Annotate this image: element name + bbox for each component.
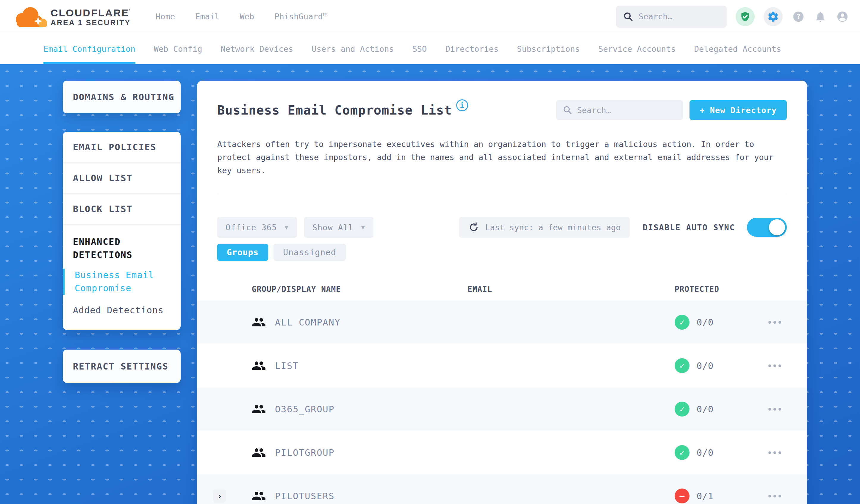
- protected-count: 0/1: [697, 491, 714, 501]
- auto-sync-toggle[interactable]: [747, 218, 787, 237]
- cloudflare-area1-logo[interactable]: CLOUDFLARE' AREA 1 SECURITY: [12, 4, 131, 29]
- col-protected: PROTECTED: [675, 285, 765, 294]
- sync-refresh-icon: [468, 222, 479, 233]
- group-people-icon: [252, 315, 266, 329]
- table-row[interactable]: ALL COMPANY ✓ 0/0: [197, 300, 807, 344]
- search-icon: [623, 12, 633, 22]
- table-row[interactable]: PILOTGROUP ✓ 0/0: [197, 431, 807, 474]
- group-name: PILOTGROUP: [275, 447, 335, 458]
- tab-groups[interactable]: Groups: [217, 244, 268, 261]
- sidebar-item-added-detections[interactable]: Added Detections: [73, 304, 172, 317]
- col-group-display-name: GROUP/DISPLAY NAME: [236, 285, 468, 294]
- divider: [217, 194, 787, 194]
- new-directory-button[interactable]: + New Directory: [689, 100, 787, 120]
- last-sync-button[interactable]: Last sync: a few minutes ago: [459, 217, 630, 238]
- table-row[interactable]: O365_GROUP ✓ 0/0: [197, 387, 807, 431]
- account-icon[interactable]: [835, 10, 849, 24]
- protected-count: 0/0: [697, 361, 714, 371]
- group-name: LIST: [275, 361, 299, 371]
- group-name: PILOTUSERS: [275, 491, 335, 501]
- cloudflare-cloud-icon: [12, 4, 48, 29]
- table-row[interactable]: › PILOTUSERS – 0/1: [197, 474, 807, 504]
- topnav-email[interactable]: Email: [195, 12, 219, 21]
- row-actions-menu[interactable]: [765, 408, 807, 411]
- top-nav: Home Email Web PhishGuard™: [156, 12, 328, 21]
- topnav-web[interactable]: Web: [240, 12, 254, 21]
- global-search[interactable]: [616, 6, 727, 28]
- section-nav: Email Configuration Web Config Network D…: [0, 33, 860, 64]
- last-sync-text: Last sync: a few minutes ago: [485, 223, 621, 232]
- expand-row-button[interactable]: ›: [213, 489, 226, 503]
- panel-header: Business Email Compromise List i + New D…: [197, 81, 807, 120]
- sidebar-item-domains-routing[interactable]: DOMAINS & ROUTING: [63, 81, 181, 113]
- protected-count: 0/0: [697, 317, 714, 328]
- list-search[interactable]: [556, 100, 683, 120]
- group-tabs: Groups Unassigned: [217, 244, 787, 261]
- group-name: ALL COMPANY: [275, 317, 341, 328]
- group-people-icon: [252, 489, 266, 503]
- disable-auto-sync-label: DISABLE AUTO SYNC: [643, 223, 735, 232]
- svg-text:?: ?: [796, 13, 801, 21]
- table-body: ALL COMPANY ✓ 0/0: [197, 300, 807, 504]
- page-description: Attackers often try to impersonate execu…: [217, 138, 784, 177]
- sidebar-item-allow-list[interactable]: ALLOW LIST: [63, 163, 181, 194]
- tab-service-accounts[interactable]: Service Accounts: [599, 33, 676, 64]
- tab-network-devices[interactable]: Network Devices: [220, 33, 293, 64]
- tab-unassigned[interactable]: Unassigned: [273, 244, 346, 261]
- groups-table: GROUP/DISPLAY NAME EMAIL PROTECTED ALL C…: [197, 283, 807, 504]
- top-header: CLOUDFLARE' AREA 1 SECURITY Home Email W…: [0, 0, 860, 33]
- tab-directories[interactable]: Directories: [445, 33, 499, 64]
- protected-status-badge: ✓: [675, 358, 689, 373]
- row-actions-menu[interactable]: [765, 364, 807, 367]
- brand-name: CLOUDFLARE': [51, 6, 131, 18]
- tab-subscriptions[interactable]: Subscriptions: [517, 33, 580, 64]
- group-people-icon: [252, 402, 266, 416]
- sidebar-item-enhanced-detections[interactable]: ENHANCED DETECTIONS: [73, 235, 172, 261]
- table-header: GROUP/DISPLAY NAME EMAIL PROTECTED: [197, 283, 807, 296]
- bec-list-panel: Business Email Compromise List i + New D…: [197, 81, 807, 504]
- protected-status-badge: –: [675, 489, 689, 503]
- protected-status-badge: ✓: [675, 315, 689, 330]
- list-search-input[interactable]: [577, 106, 669, 115]
- help-icon[interactable]: ?: [791, 10, 805, 24]
- sidebar-item-block-list[interactable]: BLOCK LIST: [63, 194, 181, 225]
- sidebar-item-retract-settings[interactable]: RETRACT SETTINGS: [63, 349, 181, 383]
- topnav-home[interactable]: Home: [156, 12, 175, 21]
- table-row[interactable]: LIST ✓ 0/0: [197, 344, 807, 387]
- shield-check-icon[interactable]: [736, 7, 755, 26]
- settings-gear-icon[interactable]: [763, 7, 783, 26]
- list-controls: Office 365 ▾ Show All ▾ Last sync: a few…: [217, 217, 787, 238]
- settings-sidebar: DOMAINS & ROUTING EMAIL POLICIES ALLOW L…: [63, 81, 181, 383]
- sidebar-policies-card: EMAIL POLICIES ALLOW LIST BLOCK LIST ENH…: [63, 132, 181, 330]
- sidebar-item-email-policies[interactable]: EMAIL POLICIES: [63, 132, 181, 163]
- protected-status-badge: ✓: [675, 445, 689, 460]
- row-actions-menu[interactable]: [765, 321, 807, 324]
- show-filter-select[interactable]: Show All ▾: [304, 217, 373, 238]
- global-search-input[interactable]: [639, 12, 713, 21]
- info-icon[interactable]: i: [456, 99, 468, 111]
- brand-product: AREA 1 SECURITY: [51, 18, 131, 27]
- chevron-down-icon: ▾: [285, 223, 289, 231]
- chevron-down-icon: ▾: [361, 223, 365, 231]
- tab-users-and-actions[interactable]: Users and Actions: [312, 33, 394, 64]
- row-actions-menu[interactable]: [765, 495, 807, 498]
- sidebar-enhanced-detections-group: ENHANCED DETECTIONS Business Email Compr…: [63, 225, 181, 330]
- tab-web-config[interactable]: Web Config: [154, 33, 202, 64]
- group-people-icon: [252, 359, 266, 373]
- page-title: Business Email Compromise List: [217, 103, 452, 117]
- tab-sso[interactable]: SSO: [413, 33, 427, 64]
- directory-select[interactable]: Office 365 ▾: [217, 217, 297, 238]
- header-actions: ?: [616, 6, 849, 28]
- sidebar-item-business-email-compromise[interactable]: Business Email Compromise: [63, 269, 172, 295]
- protected-count: 0/0: [697, 404, 714, 415]
- row-actions-menu[interactable]: [765, 451, 807, 454]
- search-icon: [563, 105, 572, 115]
- toggle-knob: [769, 219, 785, 235]
- protected-status-badge: ✓: [675, 402, 689, 417]
- topnav-phishguard[interactable]: PhishGuard™: [274, 12, 328, 21]
- group-people-icon: [252, 445, 266, 460]
- notifications-bell-icon[interactable]: [814, 11, 827, 23]
- tab-delegated-accounts[interactable]: Delegated Accounts: [694, 33, 782, 64]
- group-name: O365_GROUP: [275, 404, 335, 415]
- tab-email-configuration[interactable]: Email Configuration: [43, 33, 135, 64]
